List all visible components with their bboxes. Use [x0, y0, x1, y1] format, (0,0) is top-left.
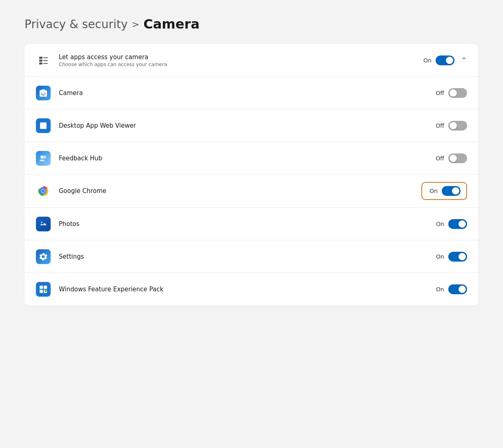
- settings-card: Let apps access your camera Choose which…: [24, 44, 479, 306]
- desktop-app-web-viewer-toggle[interactable]: [448, 121, 467, 131]
- photos-app-icon: [36, 217, 51, 231]
- google-chrome-control: On: [421, 182, 467, 200]
- windows-feature-experience-pack-icon: [36, 282, 51, 297]
- setting-row-feedback-hub: Feedback Hub Off: [24, 142, 479, 175]
- toggle-thumb: [450, 122, 457, 129]
- expand-chevron-icon[interactable]: ⌃: [461, 56, 467, 64]
- photos-app-status: On: [434, 221, 444, 227]
- setting-row-google-chrome: Google Chrome On: [24, 175, 479, 208]
- let-apps-camera-status: On: [422, 57, 432, 64]
- breadcrumb-separator: >: [132, 19, 139, 29]
- photos-app-info: Photos: [59, 220, 434, 228]
- settings-app-info: Settings: [59, 253, 434, 260]
- windows-feature-experience-pack-control: On: [434, 284, 467, 294]
- camera-app-control: Off: [434, 88, 467, 98]
- svg-rect-0: [39, 57, 42, 59]
- svg-rect-21: [40, 290, 43, 293]
- setting-row-windows-feature-experience-pack: Windows Feature Experience Pack On: [24, 273, 479, 306]
- windows-feature-experience-pack-info: Windows Feature Experience Pack: [59, 286, 434, 293]
- camera-app-status: Off: [434, 90, 444, 96]
- svg-point-6: [42, 91, 45, 95]
- settings-app-toggle[interactable]: [448, 252, 467, 262]
- camera-app-toggle[interactable]: [448, 88, 467, 98]
- toggle-thumb: [452, 187, 459, 195]
- toggle-thumb: [446, 57, 453, 64]
- toggle-thumb: [450, 155, 457, 162]
- breadcrumb-parent[interactable]: Privacy & security: [24, 18, 128, 31]
- let-apps-camera-subtitle: Choose which apps can access your camera: [59, 62, 422, 67]
- svg-point-18: [41, 222, 42, 223]
- feedback-hub-info: Feedback Hub: [59, 155, 434, 162]
- svg-rect-2: [39, 62, 42, 64]
- photos-app-title: Photos: [59, 220, 434, 228]
- desktop-app-web-viewer-status: Off: [434, 122, 444, 129]
- desktop-app-web-viewer-info: Desktop App Web Viewer: [59, 122, 434, 129]
- google-chrome-status: On: [428, 188, 438, 194]
- camera-app-info: Camera: [59, 89, 434, 97]
- desktop-app-web-viewer-control: Off: [434, 121, 467, 131]
- toggle-thumb: [458, 286, 466, 293]
- toggle-thumb: [450, 89, 457, 97]
- feedback-hub-status: Off: [434, 155, 444, 162]
- toggle-thumb: [458, 253, 466, 260]
- desktop-app-web-viewer-icon: [36, 118, 51, 133]
- feedback-hub-toggle[interactable]: [448, 153, 467, 163]
- feedback-hub-icon: [36, 151, 51, 166]
- let-apps-camera-info: Let apps access your camera Choose which…: [59, 53, 422, 67]
- settings-app-icon: [36, 249, 51, 264]
- settings-app-status: On: [434, 253, 444, 260]
- windows-feature-experience-pack-toggle[interactable]: [448, 284, 467, 294]
- setting-row-photos: Photos On: [24, 208, 479, 240]
- let-apps-camera-control: On ⌃: [422, 55, 467, 65]
- photos-app-toggle[interactable]: [448, 219, 467, 229]
- svg-rect-19: [40, 286, 43, 289]
- windows-feature-experience-pack-title: Windows Feature Experience Pack: [59, 286, 434, 293]
- toggle-thumb: [458, 220, 466, 228]
- apps-list-icon: [36, 53, 51, 68]
- setting-row-let-apps-access: Let apps access your camera Choose which…: [24, 44, 479, 77]
- chrome-highlight-box: On: [421, 182, 467, 200]
- svg-rect-7: [40, 122, 47, 129]
- camera-app-title: Camera: [59, 89, 434, 97]
- setting-row-settings-app: Settings On: [24, 240, 479, 273]
- google-chrome-toggle[interactable]: [442, 186, 461, 196]
- desktop-app-web-viewer-title: Desktop App Web Viewer: [59, 122, 434, 129]
- svg-rect-1: [39, 60, 42, 62]
- camera-app-icon: [36, 86, 51, 100]
- let-apps-camera-title: Let apps access your camera: [59, 53, 422, 61]
- photos-app-control: On: [434, 219, 467, 229]
- setting-row-desktop-app-web-viewer: Desktop App Web Viewer Off: [24, 109, 479, 142]
- feedback-hub-control: Off: [434, 153, 467, 163]
- windows-feature-experience-pack-status: On: [434, 286, 444, 293]
- svg-point-9: [43, 155, 46, 159]
- feedback-hub-title: Feedback Hub: [59, 155, 434, 162]
- google-chrome-info: Google Chrome: [59, 187, 421, 195]
- settings-app-control: On: [434, 252, 467, 262]
- svg-rect-20: [44, 286, 47, 289]
- page-title: Camera: [143, 16, 200, 32]
- google-chrome-title: Google Chrome: [59, 187, 421, 195]
- google-chrome-icon: [36, 184, 51, 198]
- settings-app-title: Settings: [59, 253, 434, 260]
- let-apps-camera-toggle[interactable]: [436, 55, 454, 65]
- breadcrumb: Privacy & security > Camera: [24, 16, 479, 32]
- setting-row-camera: Camera Off: [24, 77, 479, 109]
